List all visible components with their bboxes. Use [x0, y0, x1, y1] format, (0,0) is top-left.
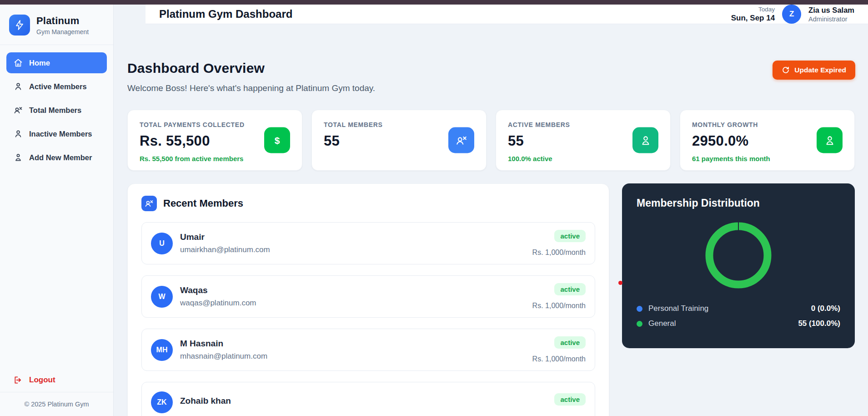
- user-x-icon: [14, 106, 23, 115]
- member-avatar: W: [151, 286, 173, 308]
- stat-label: TOTAL MEMBERS: [324, 121, 474, 128]
- update-expired-label: Update Expired: [794, 66, 846, 74]
- logout-icon: [14, 375, 23, 385]
- date-value: Sun, Sep 14: [731, 14, 775, 23]
- sidebar-item-label: Active Members: [29, 82, 87, 91]
- member-avatar: ZK: [151, 391, 173, 413]
- donut-chart: [704, 221, 773, 289]
- user-info: Zia us Salam Administrator: [808, 6, 854, 23]
- sidebar-item-inactive-members[interactable]: Inactive Members: [6, 123, 107, 144]
- member-row[interactable]: W Waqas waqas@platinum.com active Rs. 1,…: [141, 275, 595, 318]
- refresh-icon: [782, 66, 790, 74]
- legend-value: 55 (100.0%): [798, 319, 840, 328]
- member-avatar: MH: [151, 339, 173, 361]
- person-icon: [632, 127, 658, 153]
- sidebar-item-label: Add New Member: [29, 153, 92, 162]
- member-name: Waqas: [180, 285, 256, 295]
- stat-card-monthly-growth: MONTHLY GROWTH 2950.0% 61 payments this …: [680, 110, 855, 171]
- status-badge: active: [554, 336, 586, 349]
- avatar[interactable]: Z: [782, 5, 801, 24]
- dollar-icon: $: [264, 127, 290, 153]
- member-email: waqas@platinum.com: [180, 299, 256, 308]
- members-icon: [141, 196, 157, 211]
- member-avatar: U: [151, 233, 173, 254]
- stat-card-active-members: ACTIVE MEMBERS 55 100.0% active: [496, 110, 671, 171]
- sidebar-item-total-members[interactable]: Total Members: [6, 100, 107, 121]
- status-badge: active: [554, 230, 586, 242]
- logout-button[interactable]: Logout: [0, 368, 113, 392]
- browser-top-strip: [0, 0, 868, 5]
- sidebar: Platinum Gym Management Home: [0, 5, 114, 416]
- stat-label: ACTIVE MEMBERS: [508, 121, 658, 128]
- stat-label: MONTHLY GROWTH: [692, 121, 843, 128]
- legend-item: General 55 (100.0%): [637, 319, 840, 328]
- sidebar-item-home[interactable]: Home: [6, 52, 107, 73]
- sidebar-item-add-new-member[interactable]: Add New Member: [6, 147, 107, 168]
- member-row[interactable]: MH M Hasnain mhasnain@platinum.com activ…: [141, 329, 595, 371]
- member-row[interactable]: ZK Zohaib khan active: [141, 382, 595, 416]
- stat-label: TOTAL PAYMENTS COLLECTED: [140, 121, 290, 128]
- update-expired-button[interactable]: Update Expired: [773, 61, 855, 80]
- membership-distribution-title: Membership Distribution: [637, 197, 840, 209]
- member-name: M Hasnain: [180, 339, 267, 349]
- sidebar-item-active-members[interactable]: Active Members: [6, 76, 107, 97]
- person-icon: [817, 127, 843, 153]
- stat-card-total-members: TOTAL MEMBERS 55: [311, 110, 487, 171]
- sidebar-item-label: Total Members: [29, 106, 81, 115]
- legend-label: General: [648, 319, 676, 328]
- stat-subtext: Rs. 55,500 from active members: [140, 155, 290, 162]
- red-dot-artifact: [618, 281, 622, 285]
- legend-label: Personal Training: [648, 304, 708, 313]
- status-badge: active: [554, 393, 586, 406]
- member-rate: Rs. 1,000/month: [532, 355, 586, 363]
- member-row[interactable]: U Umair umairkhan@platinum.com active Rs…: [141, 222, 595, 264]
- sidebar-footer: © 2025 Platinum Gym: [0, 392, 113, 416]
- date-block: Today Sun, Sep 14: [731, 6, 775, 23]
- legend-item: Personal Training 0 (0.0%): [637, 304, 840, 313]
- brand-name: Platinum: [36, 15, 89, 27]
- date-label: Today: [731, 6, 775, 13]
- members-icon: [448, 127, 474, 153]
- page-title: Platinum Gym Dashboard: [159, 8, 292, 20]
- recent-members-card: Recent Members U Umair umairkhan@platinu…: [127, 183, 609, 416]
- brand-subtitle: Gym Management: [36, 28, 89, 36]
- person-icon: [14, 129, 23, 138]
- sidebar-item-label: Inactive Members: [29, 130, 92, 138]
- legend-dot-general: [637, 321, 642, 327]
- logout-label: Logout: [29, 375, 55, 385]
- lightning-bolt-icon: [9, 15, 30, 36]
- brand: Platinum Gym Management: [0, 5, 113, 45]
- member-rate: Rs. 1,000/month: [532, 302, 586, 310]
- section-subtitle: Welcome Boss! Here's what's happening at…: [127, 83, 375, 93]
- stat-subtext: 61 payments this month: [692, 155, 843, 162]
- status-badge: active: [554, 283, 586, 295]
- home-icon: [14, 58, 23, 67]
- sidebar-nav: Home Active Members Total Members: [0, 45, 113, 171]
- legend-value: 0 (0.0%): [811, 304, 840, 313]
- membership-distribution-card: Membership Distribution Personal Trainin…: [622, 183, 855, 348]
- user-name: Zia us Salam: [808, 6, 854, 15]
- section-title: Dashboard Overview: [127, 61, 375, 76]
- legend-dot-personal-training: [637, 306, 642, 312]
- sidebar-item-label: Home: [29, 59, 50, 67]
- person-add-icon: [14, 153, 23, 162]
- stat-card-total-payments: TOTAL PAYMENTS COLLECTED Rs. 55,500 Rs. …: [127, 110, 302, 171]
- person-icon: [14, 82, 23, 91]
- recent-members-title: Recent Members: [163, 198, 243, 209]
- member-name: Zohaib khan: [180, 396, 231, 406]
- stat-subtext: 100.0% active: [508, 155, 658, 162]
- member-email: mhasnain@platinum.com: [180, 352, 267, 361]
- member-rate: Rs. 1,000/month: [532, 249, 586, 257]
- user-role: Administrator: [808, 15, 854, 23]
- member-email: umairkhan@platinum.com: [180, 245, 270, 254]
- member-name: Umair: [180, 232, 270, 242]
- page-header: Platinum Gym Dashboard Today Sun, Sep 14…: [146, 5, 868, 24]
